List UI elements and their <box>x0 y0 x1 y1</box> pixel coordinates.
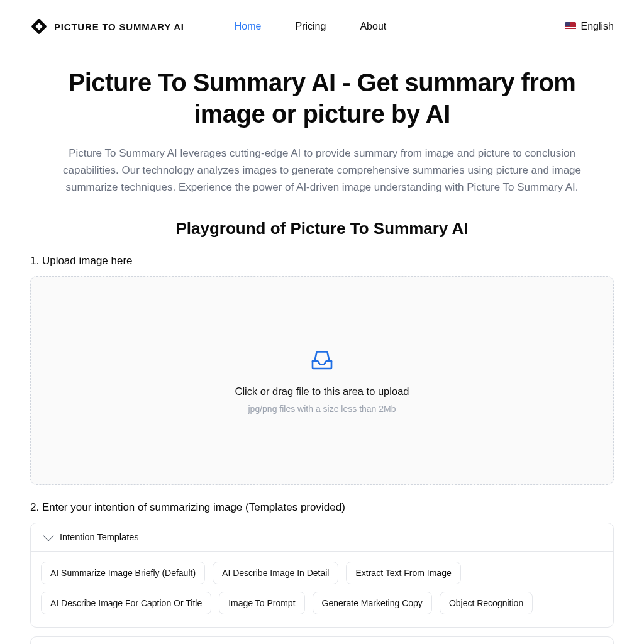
logo-icon <box>30 18 48 35</box>
flag-icon <box>565 22 576 31</box>
intention-input[interactable] <box>30 636 614 644</box>
playground-heading: Playground of Picture To Summary AI <box>30 219 614 238</box>
page-title: Picture To Summary AI - Get summary from… <box>30 67 614 130</box>
template-chip[interactable]: AI Describe Image For Caption Or Title <box>41 592 211 614</box>
nav-home[interactable]: Home <box>235 21 262 32</box>
step1-label: 1. Upload image here <box>30 255 614 267</box>
templates-list: AI Summarize Image Briefly (Default) AI … <box>31 552 613 627</box>
nav-about[interactable]: About <box>360 21 386 32</box>
main-content: Picture To Summary AI - Get summary from… <box>0 40 644 644</box>
upload-main-text: Click or drag file to this area to uploa… <box>235 386 409 397</box>
language-label: English <box>581 21 614 32</box>
page-subtitle: Picture To Summary AI leverages cutting-… <box>48 145 596 196</box>
templates-header[interactable]: Intention Templates <box>31 523 613 552</box>
logo-text: PICTURE TO SUMMARY AI <box>54 21 184 32</box>
language-selector[interactable]: English <box>565 21 614 32</box>
upload-sub-text: jpg/png files with a size less than 2Mb <box>248 404 396 414</box>
templates-accordion: Intention Templates AI Summarize Image B… <box>30 523 614 628</box>
template-chip[interactable]: Image To Prompt <box>219 592 304 614</box>
template-chip[interactable]: Object Recognition <box>440 592 533 614</box>
primary-nav: Home Pricing About <box>235 21 386 32</box>
template-chip[interactable]: Generate Marketing Copy <box>313 592 432 614</box>
logo[interactable]: PICTURE TO SUMMARY AI <box>30 18 184 35</box>
chevron-down-icon <box>43 530 54 541</box>
template-chip[interactable]: AI Summarize Image Briefly (Default) <box>41 562 205 584</box>
step2-label: 2. Enter your intention of summarizing i… <box>30 501 614 514</box>
upload-dropzone[interactable]: Click or drag file to this area to uploa… <box>30 276 614 485</box>
template-chip[interactable]: Extract Text From Image <box>346 562 460 584</box>
template-chip[interactable]: AI Describe Image In Detail <box>213 562 338 584</box>
templates-header-label: Intention Templates <box>60 532 138 542</box>
site-header: PICTURE TO SUMMARY AI Home Pricing About… <box>0 0 644 40</box>
inbox-icon <box>309 347 335 372</box>
nav-pricing[interactable]: Pricing <box>296 21 326 32</box>
